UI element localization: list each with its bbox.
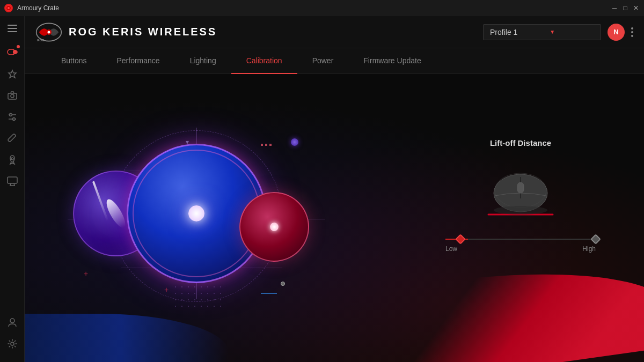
app-container: ROG ROG KERIS WIRELESS Profile 1 ▼ N bbox=[0, 16, 644, 362]
notification-button[interactable]: N bbox=[608, 24, 625, 41]
more-dot-2 bbox=[631, 31, 633, 33]
circles-container: + + ▾ bbox=[68, 128, 325, 331]
svg-point-31 bbox=[494, 206, 547, 215]
tab-calibration[interactable]: Calibration bbox=[231, 48, 297, 74]
slider-labels: Low High bbox=[445, 245, 596, 253]
tab-power[interactable]: Power bbox=[297, 48, 349, 74]
sidebar-item-user[interactable] bbox=[3, 313, 22, 332]
svg-rect-29 bbox=[517, 182, 524, 193]
svg-rect-16 bbox=[8, 177, 17, 183]
svg-point-15 bbox=[11, 158, 13, 160]
slider-handle-high[interactable] bbox=[590, 234, 601, 245]
svg-point-1 bbox=[8, 7, 10, 9]
sidebar-item-rocket[interactable] bbox=[3, 150, 22, 169]
minimize-button[interactable]: ─ bbox=[611, 4, 618, 12]
svg-point-24 bbox=[48, 31, 50, 33]
dots-indicator bbox=[261, 144, 272, 146]
sidebar-item-device[interactable] bbox=[3, 43, 22, 62]
slider-handle-low[interactable] bbox=[455, 234, 466, 245]
svg-rect-2 bbox=[8, 25, 17, 26]
more-options-button[interactable] bbox=[631, 27, 633, 37]
purple-dot bbox=[291, 138, 298, 146]
slider-track[interactable] bbox=[445, 239, 596, 240]
window-title: Armoury Crate bbox=[17, 4, 59, 12]
maximize-button[interactable]: □ bbox=[621, 4, 629, 12]
sidebar-item-wrench[interactable] bbox=[3, 129, 22, 148]
sidebar bbox=[0, 16, 25, 362]
liftoff-title: Lift-off Distance bbox=[440, 138, 601, 147]
title-bar-left: Armoury Crate bbox=[4, 4, 59, 12]
liftoff-section: Lift-off Distance bbox=[440, 138, 601, 253]
svg-rect-4 bbox=[8, 31, 17, 32]
rog-icon: ROG bbox=[35, 21, 62, 43]
svg-point-14 bbox=[12, 118, 15, 121]
deco-line-blue bbox=[261, 293, 277, 294]
svg-marker-8 bbox=[9, 70, 16, 78]
sidebar-item-camera[interactable] bbox=[3, 86, 22, 105]
connector-dot bbox=[281, 282, 285, 286]
circle-small-right bbox=[239, 192, 309, 262]
calibration-visual: + + ▾ bbox=[68, 128, 325, 331]
dots-grid bbox=[175, 286, 224, 310]
svg-rect-3 bbox=[8, 28, 17, 29]
header: ROG ROG KERIS WIRELESS Profile 1 ▼ N bbox=[25, 16, 644, 48]
rog-logo: ROG ROG KERIS WIRELESS bbox=[35, 21, 217, 43]
close-button[interactable]: ✕ bbox=[632, 4, 640, 12]
header-right: Profile 1 ▼ N bbox=[483, 24, 633, 41]
svg-point-21 bbox=[11, 342, 14, 345]
more-dot-1 bbox=[631, 27, 633, 29]
more-dot-3 bbox=[631, 35, 633, 37]
profile-dropdown[interactable]: Profile 1 ▼ bbox=[483, 24, 601, 40]
main-content: ROG ROG KERIS WIRELESS Profile 1 ▼ N bbox=[25, 16, 644, 362]
dropdown-arrow-icon: ▼ bbox=[550, 29, 555, 35]
tab-lighting[interactable]: Lighting bbox=[175, 48, 231, 74]
svg-text:ROG: ROG bbox=[37, 38, 45, 41]
mouse-illustration bbox=[472, 169, 569, 223]
sidebar-item-monitor[interactable] bbox=[3, 172, 22, 191]
sidebar-item-sliders[interactable] bbox=[3, 107, 22, 127]
content-area: + + ▾ bbox=[25, 74, 644, 362]
nav-tabs: Buttons Performance Lighting Calibration… bbox=[25, 48, 644, 74]
tab-performance[interactable]: Performance bbox=[101, 48, 174, 74]
sidebar-bottom bbox=[3, 313, 22, 358]
deco-cross-2: + bbox=[164, 285, 169, 294]
app-icon bbox=[4, 4, 13, 12]
mouse-svg bbox=[478, 166, 564, 225]
sidebar-menu-button[interactable] bbox=[3, 20, 22, 36]
sidebar-item-aura[interactable] bbox=[3, 64, 22, 84]
slider-label-high: High bbox=[582, 245, 596, 253]
sidebar-item-settings[interactable] bbox=[3, 334, 22, 353]
device-name: ROG KERIS WIRELESS bbox=[69, 26, 217, 38]
svg-point-12 bbox=[9, 114, 12, 116]
slider-container: Low High bbox=[445, 239, 596, 253]
window-controls: ─ □ ✕ bbox=[611, 4, 640, 12]
profile-label: Profile 1 bbox=[490, 28, 517, 36]
arrow-down-indicator: ▾ bbox=[186, 138, 189, 146]
svg-point-6 bbox=[13, 50, 17, 54]
deco-cross-1: + bbox=[84, 269, 88, 278]
tab-firmware[interactable]: Firmware Update bbox=[348, 48, 436, 74]
svg-point-20 bbox=[10, 319, 14, 323]
tab-buttons[interactable]: Buttons bbox=[46, 48, 101, 74]
title-bar: Armoury Crate ─ □ ✕ bbox=[0, 0, 644, 16]
svg-point-10 bbox=[11, 94, 14, 98]
slider-label-low: Low bbox=[445, 245, 457, 253]
